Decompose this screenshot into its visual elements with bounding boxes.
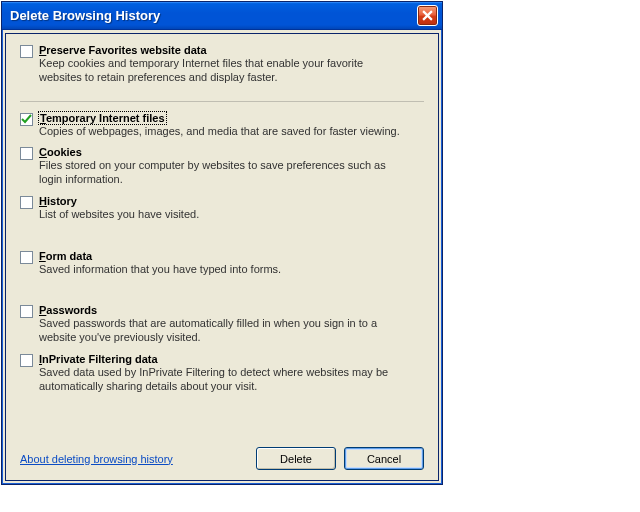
- delete-button[interactable]: Delete: [256, 447, 336, 470]
- checkbox-temporary-internet-files[interactable]: [20, 113, 33, 126]
- checkmark-icon: [21, 114, 32, 125]
- checkbox-passwords[interactable]: [20, 305, 33, 318]
- desc-form-data: Saved information that you have typed in…: [39, 263, 424, 277]
- option-history: History List of websites you have visite…: [20, 195, 424, 222]
- label-passwords: Passwords: [39, 304, 97, 316]
- desc-temporary-internet-files: Copies of webpages, images, and media th…: [39, 125, 424, 139]
- dialog-body: Preserve Favorites website data Keep coo…: [5, 33, 439, 481]
- checkbox-cookies[interactable]: [20, 147, 33, 160]
- close-icon: [422, 10, 433, 21]
- option-temporary-internet-files: Temporary Internet files Copies of webpa…: [20, 112, 424, 139]
- desc-cookies: Files stored on your computer by website…: [39, 159, 424, 187]
- dialog-footer: About deleting browsing history Delete C…: [20, 437, 424, 470]
- label-cookies: Cookies: [39, 146, 82, 158]
- desc-inprivate-filtering: Saved data used by InPrivate Filtering t…: [39, 366, 424, 394]
- checkbox-preserve-favorites[interactable]: [20, 45, 33, 58]
- close-button[interactable]: [417, 5, 438, 26]
- window-title: Delete Browsing History: [10, 8, 160, 23]
- about-link[interactable]: About deleting browsing history: [20, 453, 173, 465]
- checkbox-form-data[interactable]: [20, 251, 33, 264]
- separator: [20, 101, 424, 102]
- label-temporary-internet-files: Temporary Internet files: [39, 112, 166, 124]
- desc-passwords: Saved passwords that are automatically f…: [39, 317, 424, 345]
- label-inprivate-filtering: InPrivate Filtering data: [39, 353, 158, 365]
- label-form-data: Form data: [39, 250, 92, 262]
- desc-preserve-favorites: Keep cookies and temporary Internet file…: [39, 57, 424, 85]
- option-passwords: Passwords Saved passwords that are autom…: [20, 304, 424, 345]
- desc-history: List of websites you have visited.: [39, 208, 424, 222]
- label-preserve-favorites: Preserve Favorites website data: [39, 44, 207, 56]
- dialog-window: Delete Browsing History Preserve Favorit…: [1, 1, 443, 485]
- titlebar: Delete Browsing History: [2, 2, 442, 30]
- cancel-button[interactable]: Cancel: [344, 447, 424, 470]
- option-form-data: Form data Saved information that you hav…: [20, 250, 424, 277]
- checkbox-history[interactable]: [20, 196, 33, 209]
- checkbox-inprivate-filtering[interactable]: [20, 354, 33, 367]
- label-history: History: [39, 195, 77, 207]
- option-cookies: Cookies Files stored on your computer by…: [20, 146, 424, 187]
- option-inprivate-filtering: InPrivate Filtering data Saved data used…: [20, 353, 424, 394]
- option-preserve-favorites: Preserve Favorites website data Keep coo…: [20, 44, 424, 85]
